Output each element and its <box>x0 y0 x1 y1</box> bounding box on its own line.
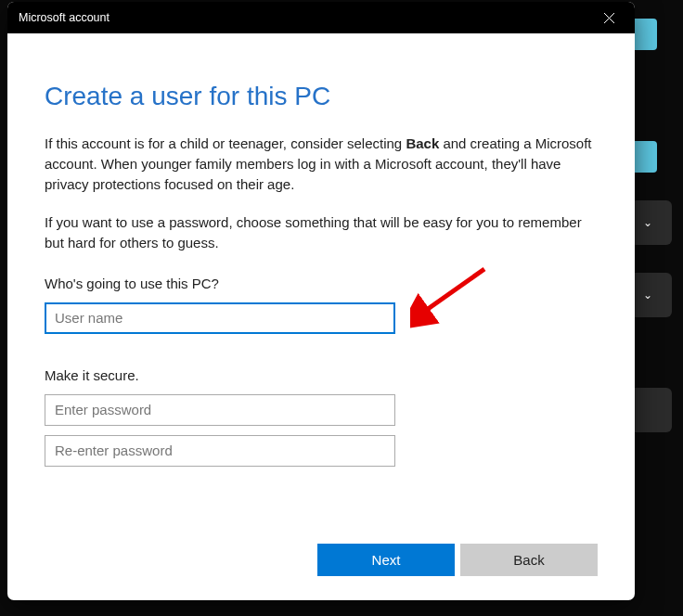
intro-paragraph-2: If you want to use a password, choose so… <box>45 212 598 253</box>
password-section-label: Make it secure. <box>45 367 598 383</box>
account-dialog: Microsoft account Create a user for this… <box>7 2 635 600</box>
intro-paragraph-1: If this account is for a child or teenag… <box>45 134 598 194</box>
chevron-down-icon: ⌄ <box>643 216 652 229</box>
username-input[interactable] <box>45 302 395 334</box>
dialog-footer: Next Back <box>7 529 635 600</box>
chevron-down-icon: ⌄ <box>643 289 652 302</box>
close-icon <box>604 13 614 23</box>
next-button[interactable]: Next <box>317 544 455 576</box>
titlebar: Microsoft account <box>7 2 635 33</box>
page-heading: Create a user for this PC <box>45 82 598 111</box>
window-title: Microsoft account <box>19 11 590 24</box>
password-confirm-input[interactable] <box>45 435 395 467</box>
intro-text-pre: If this account is for a child or teenag… <box>45 135 406 151</box>
dialog-content: Create a user for this PC If this accoun… <box>7 33 635 529</box>
password-input[interactable] <box>45 394 395 426</box>
password-section: Make it secure. <box>45 364 598 476</box>
intro-text-bold: Back <box>406 135 439 151</box>
back-button[interactable]: Back <box>460 544 598 576</box>
username-section-label: Who's going to use this PC? <box>45 276 598 291</box>
close-button[interactable] <box>590 2 627 33</box>
username-section: Who's going to use this PC? <box>45 272 598 343</box>
